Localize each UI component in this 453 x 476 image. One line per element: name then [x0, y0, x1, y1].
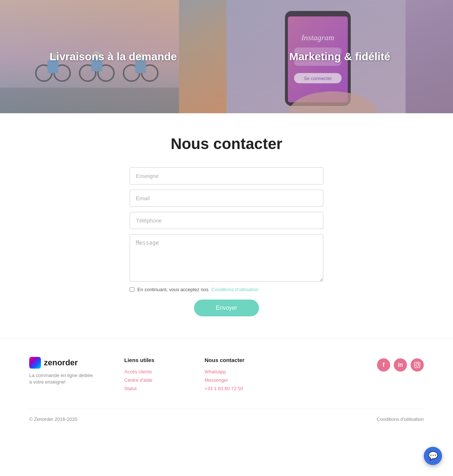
- footer-tagline: La commande en ligne dédiée à votre ense…: [29, 372, 95, 385]
- logo-text: zenorder: [44, 358, 78, 368]
- hero-left-panel: Livraisons à la demande: [0, 0, 226, 113]
- footer-copyright: © Zenorder 2016-2020: [29, 416, 77, 422]
- linkedin-icon[interactable]: in: [394, 358, 407, 372]
- footer-links-col: Liens utiles Accès clients Centre d'aide…: [124, 357, 183, 394]
- footer-link-aide[interactable]: Centre d'aide: [124, 377, 183, 383]
- terms-checkbox[interactable]: [130, 287, 134, 292]
- message-textarea[interactable]: [130, 234, 323, 282]
- footer-terms-link[interactable]: Conditions d'utilisation: [377, 416, 424, 422]
- hero-section: Livraisons à la demande Instagram: [0, 0, 453, 113]
- instagram-svg: [414, 362, 420, 368]
- svg-point-25: [418, 363, 419, 364]
- telephone-input[interactable]: [130, 212, 323, 229]
- footer-links-title: Liens utiles: [124, 357, 183, 363]
- footer-link-acces[interactable]: Accès clients: [124, 369, 183, 374]
- instagram-icon[interactable]: [411, 358, 424, 372]
- enseigne-input[interactable]: [130, 167, 323, 184]
- svg-rect-23: [415, 362, 420, 368]
- hero-left-text: Livraisons à la demande: [50, 50, 177, 63]
- checkbox-label: En continuant, vous acceptez nos: [137, 287, 208, 292]
- svg-text:Se connecter: Se connecter: [304, 76, 332, 81]
- send-button[interactable]: Envoyer: [194, 300, 259, 316]
- footer-brand: zenorder La commande en ligne dédiée à v…: [29, 357, 102, 385]
- hero-right-text: Marketing & fidélité: [289, 50, 391, 63]
- hero-right-panel: Instagram Se connecter Marketing & fidél…: [226, 0, 453, 113]
- svg-text:Instagram: Instagram: [301, 33, 334, 42]
- footer-bottom: © Zenorder 2016-2020 Conditions d'utilis…: [29, 409, 424, 422]
- logo-icon: [29, 357, 41, 369]
- contact-title: Nous contacter: [171, 135, 282, 153]
- footer-main: zenorder La commande en ligne dédiée à v…: [29, 357, 424, 394]
- footer-contact-messenger[interactable]: Messenger: [205, 377, 263, 383]
- footer-contact-whatsapp[interactable]: Whatsapp: [205, 369, 263, 374]
- svg-point-24: [416, 363, 419, 366]
- terms-row: En continuant, vous acceptez nos Conditi…: [130, 287, 323, 292]
- footer: zenorder La commande en ligne dédiée à v…: [0, 338, 453, 433]
- footer-logo: zenorder: [29, 357, 102, 369]
- contact-form: En continuant, vous acceptez nos Conditi…: [130, 167, 323, 316]
- footer-contact-title: Nous contacter: [205, 357, 263, 363]
- facebook-icon[interactable]: f: [377, 358, 390, 372]
- terms-link[interactable]: Conditions d'utilisation: [211, 287, 258, 292]
- footer-contact-phone[interactable]: +33 1 83 80 72 50: [205, 386, 263, 391]
- contact-section: Nous contacter En continuant, vous accep…: [0, 113, 453, 338]
- footer-social: f in: [377, 357, 424, 372]
- svg-rect-1: [0, 88, 179, 113]
- footer-contact-col: Nous contacter Whatsapp Messenger +33 1 …: [205, 357, 263, 394]
- email-input[interactable]: [130, 190, 323, 207]
- footer-link-statut[interactable]: Statut: [124, 386, 183, 391]
